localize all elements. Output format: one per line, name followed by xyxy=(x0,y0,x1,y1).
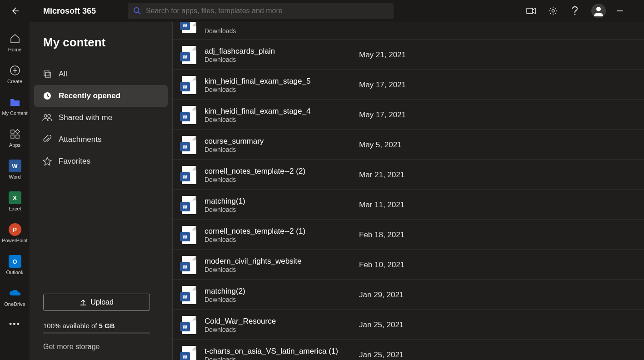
file-row[interactable]: Wcornell_notes_template--2 (1)DownloadsF… xyxy=(173,220,644,250)
search-box[interactable] xyxy=(128,3,394,19)
search-input[interactable] xyxy=(146,7,388,15)
rail-onedrive[interactable]: OneDrive xyxy=(0,281,30,313)
header: Microsoft 365 xyxy=(0,0,644,22)
file-location: Downloads xyxy=(205,116,359,123)
plus-circle-icon xyxy=(9,64,21,77)
svg-point-3 xyxy=(552,10,554,12)
file-name: kim_heidi_final_exam_stage_4 xyxy=(205,107,359,116)
word-file-icon: W xyxy=(182,226,196,244)
file-location: Downloads xyxy=(205,356,359,360)
file-info: matching(1)Downloads xyxy=(205,197,359,213)
file-name: course_summary xyxy=(205,137,359,146)
file-info: modern_civil_rights_websiteDownloads xyxy=(205,257,359,273)
rail-home[interactable]: Home xyxy=(0,26,30,58)
file-info: kim_heidi_final_exam_stage_5Downloads xyxy=(205,77,359,93)
file-row[interactable]: Wt-charts_on_asia_VS_latin_america (1)Do… xyxy=(173,340,644,360)
svg-rect-11 xyxy=(15,130,20,134)
minimize-icon xyxy=(617,8,623,14)
file-row[interactable]: Wcourse_summaryDownloadsMay 5, 2021 xyxy=(173,130,644,160)
file-info: course_summaryDownloads xyxy=(205,137,359,153)
file-row[interactable]: Wmatching(1)DownloadsMar 11, 2021 xyxy=(173,190,644,220)
nav-label: Shared with me xyxy=(59,113,112,122)
rail-more[interactable]: ••• xyxy=(0,313,30,335)
file-name: modern_civil_rights_website xyxy=(205,257,359,266)
nav-favorites[interactable]: Favorites xyxy=(34,150,168,172)
nav-label: Recently opened xyxy=(59,91,120,100)
header-right xyxy=(526,4,644,18)
file-list: WDownloadsWadj_flashcards_plainDownloads… xyxy=(173,22,644,360)
file-row[interactable]: Wmatching(2)DownloadsJan 29, 2021 xyxy=(173,280,644,310)
file-location: Downloads xyxy=(205,176,359,183)
rail-powerpoint[interactable]: P PowerPoint xyxy=(0,217,30,249)
word-file-icon: W xyxy=(182,316,196,334)
rail-my-content[interactable]: My Content xyxy=(0,90,30,122)
rail-excel[interactable]: X Excel xyxy=(0,185,30,217)
file-location: Downloads xyxy=(205,146,359,153)
rail-create[interactable]: Create xyxy=(0,58,30,90)
upload-button[interactable]: Upload xyxy=(43,294,150,311)
file-date: Feb 18, 2021 xyxy=(359,230,404,240)
svg-point-0 xyxy=(134,8,139,13)
file-name: cornell_notes_template--2 (1) xyxy=(205,227,359,236)
word-file-icon: W xyxy=(182,46,196,64)
svg-rect-15 xyxy=(45,72,50,77)
file-info: Downloads xyxy=(205,27,359,35)
upload-label: Upload xyxy=(90,298,114,306)
rail-label: PowerPoint xyxy=(2,238,27,243)
app-rail: Home Create My Content Apps W Word X Exc… xyxy=(0,22,30,360)
back-button[interactable] xyxy=(0,0,30,22)
file-name: matching(1) xyxy=(205,197,359,206)
file-row[interactable]: WDownloads xyxy=(173,22,644,40)
file-row[interactable]: Wkim_heidi_final_exam_stage_5DownloadsMa… xyxy=(173,70,644,100)
star-icon xyxy=(42,156,52,166)
file-list-panel: WDownloadsWadj_flashcards_plainDownloads… xyxy=(173,22,644,360)
file-row[interactable]: Wmodern_civil_rights_websiteDownloadsFeb… xyxy=(173,250,644,280)
nav-attachments[interactable]: Attachments xyxy=(34,129,168,150)
person-icon xyxy=(592,5,605,17)
file-row[interactable]: Wadj_flashcards_plainDownloadsMay 21, 20… xyxy=(173,40,644,70)
file-location: Downloads xyxy=(205,296,359,303)
account-avatar[interactable] xyxy=(591,4,606,18)
rail-label: Apps xyxy=(9,142,20,148)
minimize-button[interactable] xyxy=(617,8,635,14)
help-icon[interactable] xyxy=(569,5,580,16)
file-date: May 17, 2021 xyxy=(359,80,406,90)
attach-icon xyxy=(42,135,52,145)
file-location: Downloads xyxy=(205,206,359,213)
excel-icon: X xyxy=(9,191,21,204)
people-icon xyxy=(42,113,52,123)
svg-rect-14 xyxy=(44,71,49,76)
file-name: adj_flashcards_plain xyxy=(205,47,359,56)
nav-shared[interactable]: Shared with me xyxy=(34,107,168,129)
file-location: Downloads xyxy=(205,56,359,63)
nav-recently-opened[interactable]: Recently opened xyxy=(34,85,168,107)
file-row[interactable]: WCold_War_ResourceDownloadsJan 25, 2021 xyxy=(173,310,644,340)
file-date: Feb 10, 2021 xyxy=(359,260,404,270)
sidebar: My content All Recently opened Shared wi… xyxy=(30,22,173,360)
word-file-icon: W xyxy=(182,76,196,94)
outlook-icon: O xyxy=(9,255,21,268)
rail-word[interactable]: W Word xyxy=(0,154,30,185)
file-name: Cold_War_Resource xyxy=(205,317,359,326)
rail-apps[interactable]: Apps xyxy=(0,122,30,154)
meet-now-icon[interactable] xyxy=(526,5,537,16)
get-storage-link[interactable]: Get more storage xyxy=(43,343,159,351)
file-row[interactable]: Wcornell_notes_template--2 (2)DownloadsM… xyxy=(173,160,644,190)
svg-point-19 xyxy=(44,115,47,117)
nav-label: Favorites xyxy=(59,157,90,166)
file-info: Cold_War_ResourceDownloads xyxy=(205,317,359,333)
file-row[interactable]: Wkim_heidi_final_exam_stage_4DownloadsMa… xyxy=(173,100,644,130)
file-date: Jan 25, 2021 xyxy=(359,350,404,360)
file-location: Downloads xyxy=(205,27,359,35)
file-info: cornell_notes_template--2 (1)Downloads xyxy=(205,227,359,243)
file-date: May 5, 2021 xyxy=(359,140,402,150)
nav-all[interactable]: All xyxy=(34,63,168,85)
clock-icon xyxy=(42,91,52,101)
settings-icon[interactable] xyxy=(548,5,559,16)
nav-label: Attachments xyxy=(59,135,102,144)
file-date: Mar 11, 2021 xyxy=(359,200,404,210)
file-info: cornell_notes_template--2 (2)Downloads xyxy=(205,167,359,183)
rail-outlook[interactable]: O Outlook xyxy=(0,249,30,281)
word-file-icon: W xyxy=(182,346,196,360)
file-date: Jan 29, 2021 xyxy=(359,290,404,300)
